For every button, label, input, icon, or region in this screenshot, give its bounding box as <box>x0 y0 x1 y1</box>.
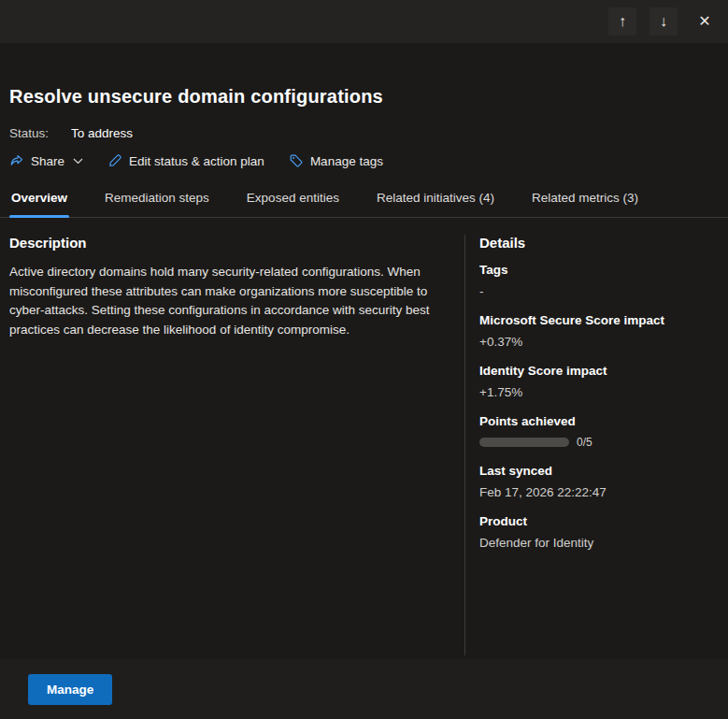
detail-field-identity-score-impact: Identity Score impact +1.75% <box>479 364 717 399</box>
tab-remediation-steps[interactable]: Remediation steps <box>103 181 211 217</box>
window-controls-bar: ↑ ↓ ✕ <box>0 0 728 43</box>
detail-field-secure-score-impact: Microsoft Secure Score impact +0.37% <box>479 313 717 349</box>
edit-status-action-plan-button[interactable]: Edit status & action plan <box>107 153 264 168</box>
scroll-down-button[interactable]: ↓ <box>649 7 678 36</box>
detail-field-last-synced: Last synced Feb 17, 2026 22:22:47 <box>479 464 717 499</box>
points-progress: 0/5 <box>479 436 717 449</box>
description-text: Active directory domains hold many secur… <box>9 263 451 339</box>
chevron-down-icon <box>73 158 83 165</box>
status-value: To address <box>71 126 133 140</box>
points-progress-track <box>479 438 569 447</box>
share-icon <box>9 153 24 168</box>
page-title: Resolve unsecure domain configurations <box>9 86 719 108</box>
detail-field-product: Product Defender for Identity <box>479 514 717 550</box>
share-button[interactable]: Share <box>9 153 83 168</box>
field-value: Feb 17, 2026 22:22:47 <box>479 485 717 499</box>
tab-overview[interactable]: Overview <box>9 181 69 217</box>
detail-field-points-achieved: Points achieved 0/5 <box>479 414 717 449</box>
tab-exposed-entities[interactable]: Exposed entities <box>245 181 341 217</box>
manage-button[interactable]: Manage <box>28 674 112 705</box>
field-value: Defender for Identity <box>479 536 717 550</box>
close-icon: ✕ <box>698 14 710 29</box>
description-heading: Description <box>9 235 451 251</box>
down-arrow-icon: ↓ <box>660 14 667 29</box>
tab-content-overview: Description Active directory domains hol… <box>0 218 728 659</box>
panel-header: Resolve unsecure domain configurations S… <box>0 43 728 168</box>
detail-field-tags: Tags - <box>479 263 717 298</box>
points-progress-text: 0/5 <box>577 436 592 449</box>
status-row: Status: To address <box>9 126 719 140</box>
field-value: +0.37% <box>479 335 717 349</box>
manage-tags-label: Manage tags <box>310 154 383 168</box>
manage-tags-button[interactable]: Manage tags <box>289 153 383 168</box>
field-value: +1.75% <box>479 385 717 399</box>
panel-footer: Manage <box>0 659 728 719</box>
tab-related-initiatives[interactable]: Related initiatives (4) <box>375 181 496 217</box>
action-toolbar: Share Edit status & action plan <box>9 153 719 168</box>
field-label: Points achieved <box>479 414 717 428</box>
close-button[interactable]: ✕ <box>691 7 719 36</box>
up-arrow-icon: ↑ <box>619 14 626 29</box>
share-label: Share <box>31 154 64 168</box>
description-section: Description Active directory domains hol… <box>0 235 464 659</box>
tab-related-metrics[interactable]: Related metrics (3) <box>530 181 640 217</box>
details-heading: Details <box>479 235 717 251</box>
tab-bar: Overview Remediation steps Exposed entit… <box>0 181 728 218</box>
field-label: Microsoft Secure Score impact <box>479 313 717 327</box>
details-section: Details Tags - Microsoft Secure Score im… <box>465 235 728 659</box>
recommendation-panel: ↑ ↓ ✕ Resolve unsecure domain configurat… <box>0 0 728 719</box>
tag-icon <box>289 153 304 168</box>
edit-pencil-icon <box>107 153 122 168</box>
scroll-up-button[interactable]: ↑ <box>608 7 636 36</box>
field-label: Tags <box>479 263 717 277</box>
field-label: Last synced <box>479 464 717 478</box>
status-label: Status: <box>9 126 49 140</box>
field-label: Identity Score impact <box>479 364 717 378</box>
field-label: Product <box>479 514 717 528</box>
field-value: - <box>479 284 717 298</box>
edit-status-label: Edit status & action plan <box>129 154 264 168</box>
